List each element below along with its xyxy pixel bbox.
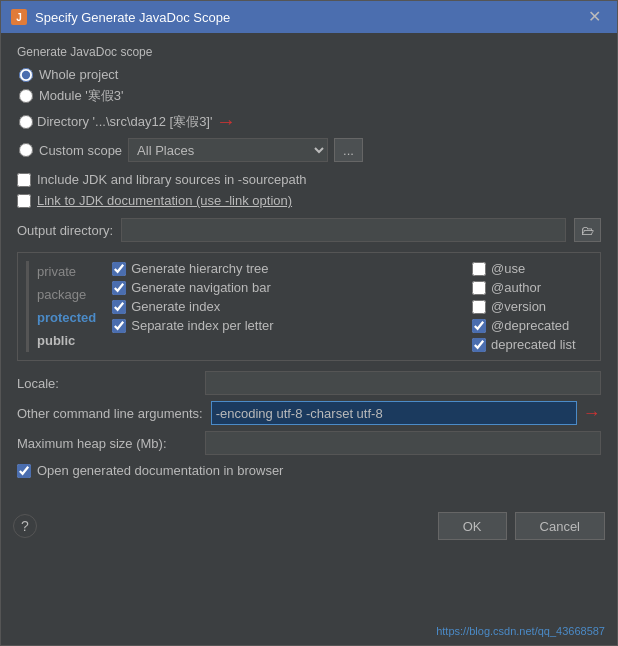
visibility-private[interactable]: private <box>31 261 102 282</box>
opt-deprecated: @deprecated <box>472 318 592 333</box>
help-button[interactable]: ? <box>13 514 37 538</box>
dialog-body: Generate JavaDoc scope Whole project Mod… <box>1 33 617 500</box>
locale-input[interactable] <box>205 371 601 395</box>
open-docs-row: Open generated documentation in browser <box>17 463 601 478</box>
max-heap-input[interactable] <box>205 431 601 455</box>
include-jdk-row: Include JDK and library sources in -sour… <box>17 172 601 187</box>
output-label: Output directory: <box>17 223 113 238</box>
watermark: https://blog.csdn.net/qq_43668587 <box>436 625 605 637</box>
radio-directory: Directory '...\src\day12 [寒假3]' ← <box>19 110 601 133</box>
other-args-input[interactable] <box>211 401 577 425</box>
max-heap-label: Maximum heap size (Mb): <box>17 436 197 451</box>
opt-deprecated-list: deprecated list <box>472 337 592 352</box>
radio-module: Module '寒假3' <box>19 87 601 105</box>
link-jdk-row: Link to JDK documentation (use -link opt… <box>17 193 601 208</box>
radio-whole-project-label: Whole project <box>39 67 118 82</box>
scope-radio-group: Whole project Module '寒假3' Directory '..… <box>17 67 601 162</box>
opt-separate-index-checkbox[interactable] <box>112 319 126 333</box>
radio-custom-input[interactable] <box>19 143 33 157</box>
app-icon: J <box>11 9 27 25</box>
include-jdk-checkbox[interactable] <box>17 173 31 187</box>
bottom-bar: ? OK Cancel <box>1 504 617 548</box>
opt-hierarchy: Generate hierarchy tree <box>112 261 462 276</box>
arrow-icon: ← <box>216 110 236 133</box>
include-jdk-label: Include JDK and library sources in -sour… <box>37 172 307 187</box>
scope-section-label: Generate JavaDoc scope <box>17 45 601 59</box>
ok-button[interactable]: OK <box>438 512 507 540</box>
radio-custom-label: Custom scope <box>39 143 122 158</box>
open-docs-label: Open generated documentation in browser <box>37 463 283 478</box>
opt-version-checkbox[interactable] <box>472 300 486 314</box>
close-button[interactable]: ✕ <box>582 7 607 27</box>
title-bar: J Specify Generate JavaDoc Scope ✕ <box>1 1 617 33</box>
opt-index-label: Generate index <box>131 299 220 314</box>
middle-options: Generate hierarchy tree Generate navigat… <box>112 261 462 352</box>
opt-navbar-label: Generate navigation bar <box>131 280 270 295</box>
folder-icon: 🗁 <box>581 223 594 238</box>
title-bar-left: J Specify Generate JavaDoc Scope <box>11 9 230 25</box>
radio-module-input[interactable] <box>19 89 33 103</box>
opt-version: @version <box>472 299 592 314</box>
opt-hierarchy-checkbox[interactable] <box>112 262 126 276</box>
other-args-label: Other command line arguments: <box>17 406 203 421</box>
link-jdk-label: Link to JDK documentation (use -link opt… <box>37 193 292 208</box>
radio-directory-input[interactable] <box>19 115 33 129</box>
opt-separate-index: Separate index per letter <box>112 318 462 333</box>
opt-deprecated-list-label: deprecated list <box>491 337 576 352</box>
opt-navbar-checkbox[interactable] <box>112 281 126 295</box>
open-docs-checkbox[interactable] <box>17 464 31 478</box>
radio-whole-project-input[interactable] <box>19 68 33 82</box>
folder-button[interactable]: 🗁 <box>574 218 601 242</box>
opt-separate-index-label: Separate index per letter <box>131 318 273 333</box>
opt-version-label: @version <box>491 299 546 314</box>
radio-custom: Custom scope All Places ... <box>19 138 601 162</box>
right-options: @use @author @version @deprecated deprec… <box>472 261 592 352</box>
locale-row: Locale: <box>17 371 601 395</box>
opt-index: Generate index <box>112 299 462 314</box>
opt-use: @use <box>472 261 592 276</box>
dialog: J Specify Generate JavaDoc Scope ✕ Gener… <box>0 0 618 646</box>
custom-scope-select[interactable]: All Places <box>128 138 328 162</box>
opt-hierarchy-label: Generate hierarchy tree <box>131 261 268 276</box>
opt-deprecated-checkbox[interactable] <box>472 319 486 333</box>
opt-author: @author <box>472 280 592 295</box>
max-heap-row: Maximum heap size (Mb): <box>17 431 601 455</box>
other-args-row: Other command line arguments: ← <box>17 401 601 425</box>
visibility-panel: private package protected public <box>26 261 102 352</box>
radio-directory-label: Directory '...\src\day12 [寒假3]' <box>37 113 212 131</box>
bracket-bar <box>26 261 29 352</box>
link-jdk-checkbox[interactable] <box>17 194 31 208</box>
custom-scope-btn[interactable]: ... <box>334 138 363 162</box>
opt-navbar: Generate navigation bar <box>112 280 462 295</box>
opt-use-checkbox[interactable] <box>472 262 486 276</box>
output-input[interactable] <box>121 218 566 242</box>
dialog-title: Specify Generate JavaDoc Scope <box>35 10 230 25</box>
opt-author-label: @author <box>491 280 541 295</box>
cancel-button[interactable]: Cancel <box>515 512 605 540</box>
opt-deprecated-list-checkbox[interactable] <box>472 338 486 352</box>
visibility-package[interactable]: package <box>31 284 102 305</box>
ok-cancel-group: OK Cancel <box>438 512 605 540</box>
output-directory-row: Output directory: 🗁 <box>17 218 601 242</box>
visibility-public[interactable]: public <box>31 330 102 351</box>
locale-label: Locale: <box>17 376 197 391</box>
opt-deprecated-label: @deprecated <box>491 318 569 333</box>
opt-author-checkbox[interactable] <box>472 281 486 295</box>
radio-module-label: Module '寒假3' <box>39 87 123 105</box>
opt-index-checkbox[interactable] <box>112 300 126 314</box>
radio-whole-project: Whole project <box>19 67 601 82</box>
visibility-protected[interactable]: protected <box>31 307 102 328</box>
other-args-arrow-icon: ← <box>583 403 601 424</box>
options-panel: private package protected public Generat… <box>17 252 601 361</box>
opt-use-label: @use <box>491 261 525 276</box>
